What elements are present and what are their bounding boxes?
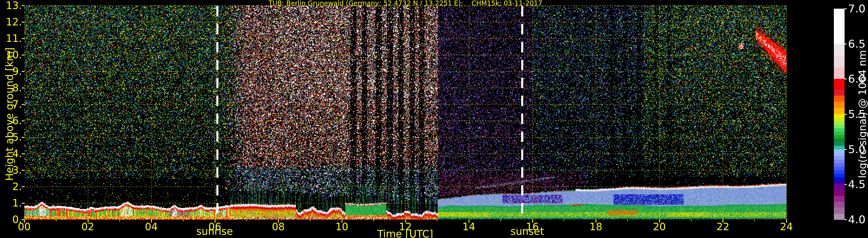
x-tick-label: 10 xyxy=(329,221,355,233)
lidar-heatmap-canvas xyxy=(0,0,868,238)
x-tick-label: 16 xyxy=(520,221,546,233)
x-tick-label: 08 xyxy=(265,221,291,233)
x-tick-label: 12 xyxy=(393,221,418,233)
colorbar-tick-label: 7.0 xyxy=(848,2,868,15)
y-tick-label: 12. xyxy=(2,15,22,29)
x-tick-label: 06 xyxy=(202,221,228,233)
x-tick-label: 22 xyxy=(710,221,736,233)
lidar-quicklook-panel: TUB: Berlin Grunewald (Germany; 52.4732 … xyxy=(0,0,868,238)
y-tick-label: 3. xyxy=(2,164,22,177)
y-tick-label: 10. xyxy=(2,48,22,62)
colorbar-tick-label: 5.5 xyxy=(848,107,868,121)
y-tick-label: 13. xyxy=(2,0,22,12)
colorbar-tick-label: 6.5 xyxy=(848,37,868,50)
colorbar-tick-label: 4.0 xyxy=(848,213,868,226)
y-tick-label: 7. xyxy=(2,98,22,111)
x-tick-label: 14 xyxy=(456,221,482,233)
x-tick-label: 18 xyxy=(583,221,609,233)
x-tick-label: 04 xyxy=(138,221,164,233)
y-tick-label: 0. xyxy=(2,213,22,226)
y-tick-label: 1. xyxy=(2,196,22,210)
colorbar-tick-label: 5.0 xyxy=(848,143,868,156)
x-tick-label: 24 xyxy=(773,221,800,233)
y-tick-label: 4. xyxy=(2,147,22,160)
y-tick-label: 11. xyxy=(2,32,22,45)
y-tick-label: 9. xyxy=(2,65,22,78)
y-tick-label: 6. xyxy=(2,114,22,127)
chart-title: TUB: Berlin Grunewald (Germany; 52.4732 … xyxy=(24,0,786,7)
y-tick-label: 5. xyxy=(2,131,22,144)
x-tick-label: 20 xyxy=(646,221,673,233)
colorbar-tick-label: 6.0 xyxy=(848,72,868,86)
colorbar-tick-label: 4.5 xyxy=(848,178,868,191)
y-tick-label: 2. xyxy=(2,180,22,193)
x-tick-label: 02 xyxy=(75,221,101,233)
y-tick-label: 8. xyxy=(2,81,22,95)
